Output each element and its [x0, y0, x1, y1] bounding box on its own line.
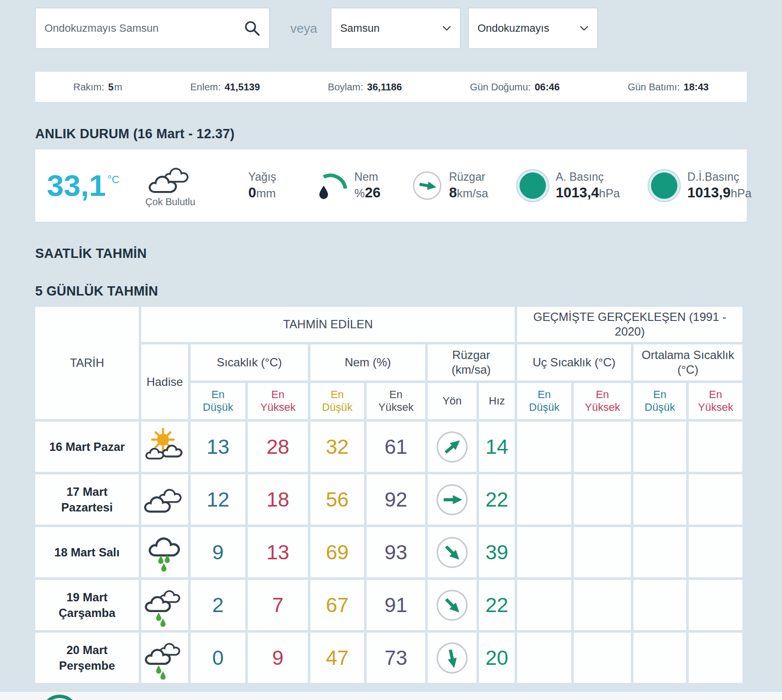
weather-cell: [141, 527, 188, 577]
header-wind: Rüzgar (km/sa): [428, 344, 515, 381]
table-row-date: 19 Mart Çarşamba: [35, 580, 139, 630]
cloudy-rain-icon: [143, 636, 186, 679]
header-extreme-temp: Uç Sıcaklık (°C): [517, 344, 631, 381]
wind-direction-cell: [428, 474, 477, 525]
temp-max-cell: 28: [248, 422, 308, 472]
hist-cell: [574, 580, 631, 630]
header-date: TARİH: [35, 307, 139, 419]
wind-speed-cell: 20: [479, 633, 515, 683]
footer-bar: [0, 691, 782, 700]
header-wind-direction: Yön: [428, 383, 477, 419]
hum-min-cell: 69: [310, 527, 364, 577]
wind-speed-cell: 22: [479, 580, 515, 630]
header-wind-speed: Hız: [479, 383, 515, 419]
table-row-date: 18 Mart Salı: [35, 527, 139, 577]
district-select[interactable]: Ondokuzmayıs: [468, 8, 598, 49]
weather-cell: [141, 633, 188, 683]
search-input[interactable]: [44, 22, 244, 35]
temp-max-cell: 7: [248, 580, 308, 630]
temp-min-cell: 0: [191, 633, 245, 683]
altitude-info: Rakım:5m: [73, 82, 122, 93]
temp-min-cell: 13: [191, 422, 245, 472]
header-hist-avg-max: En Yüksek: [689, 383, 742, 419]
hum-min-cell: 32: [310, 422, 364, 472]
hist-cell: [633, 633, 686, 683]
longitude-info: Boylam:36,1186: [328, 82, 402, 93]
table-row-date: 20 Mart Perşembe: [35, 633, 139, 683]
current-temperature: 33,1 °C: [47, 170, 137, 201]
rain-icon: [143, 531, 186, 574]
latitude-info: Enlem:41,5139: [190, 82, 260, 93]
header-avg-temp: Ortalama Sıcaklık (°C): [633, 344, 742, 381]
hist-cell: [689, 527, 742, 577]
hum-min-cell: 47: [310, 633, 364, 683]
wind-speed-cell: 14: [479, 422, 515, 472]
mostly-cloudy-icon: [143, 485, 186, 515]
hist-cell: [633, 580, 686, 630]
hist-cell: [517, 474, 571, 525]
header-humidity: Nem (%): [310, 344, 425, 381]
wind-direction-cell: [428, 422, 477, 472]
hum-max-cell: 61: [367, 422, 425, 472]
weather-cell: [141, 474, 188, 525]
hist-cell: [633, 527, 686, 577]
header-hist-ext-min: En Düşük: [517, 383, 571, 419]
humidity-gauge-icon: [314, 168, 350, 204]
hist-cell: [517, 633, 571, 683]
wind-direction-icon: [427, 580, 477, 630]
table-row-date: 17 Mart Pazartesi: [35, 474, 139, 525]
mostly-cloudy-icon: [147, 164, 194, 194]
table-row-date: 16 Mart Pazar: [35, 422, 139, 472]
temp-min-cell: 9: [191, 527, 245, 577]
humidity-metric: Nem %26: [314, 168, 381, 204]
wind-direction-icon: [434, 482, 470, 517]
hum-min-cell: 56: [310, 474, 364, 525]
header-hum-max: En Yüksek: [367, 383, 425, 419]
weather-page: veya Samsun Ondokuzmayıs Rakım:5m Enlem:…: [35, 0, 747, 683]
daily-section-title[interactable]: 5 GÜNLÜK TAHMİN: [35, 284, 747, 299]
temp-min-cell: 12: [191, 474, 245, 525]
header-event: Hadise: [141, 344, 188, 419]
footer-gauge-icon: [41, 695, 78, 700]
partly-sunny-icon: [143, 425, 186, 468]
district-select-value: Ondokuzmayıs: [478, 22, 549, 35]
province-select[interactable]: Samsun: [331, 8, 460, 49]
pressure-dot-icon: [520, 172, 546, 199]
wind-direction-icon: [427, 422, 477, 471]
temp-max-cell: 18: [248, 474, 308, 525]
hourly-section-title[interactable]: SAATLİK TAHMİN: [35, 246, 747, 261]
header-hist-ext-max: En Yüksek: [574, 383, 631, 419]
condition-label: Çok Bulutlu: [145, 196, 195, 208]
header-temp-min: En Düşük: [191, 383, 245, 419]
wind-direction-icon: [427, 528, 477, 577]
hist-cell: [517, 527, 571, 577]
header-hum-min: En Düşük: [310, 383, 364, 419]
search-icon[interactable]: [244, 20, 261, 37]
search-box: [35, 8, 270, 49]
chevron-down-icon: [442, 25, 451, 31]
chevron-down-icon: [580, 25, 588, 31]
current-section-title: ANLIK DURUM (16 Mart - 12.37): [35, 127, 747, 142]
province-select-value: Samsun: [340, 22, 380, 35]
header-predicted: TAHMİN EDİLEN: [141, 307, 515, 342]
wind-speed-cell: 39: [479, 527, 515, 577]
pressure-metric: A. Basınç 1013,4hPa: [516, 170, 620, 202]
wind-metric: Rüzgar 8km/sa: [411, 170, 488, 202]
hum-max-cell: 91: [367, 580, 425, 630]
wind-direction-cell: [428, 633, 477, 683]
wind-direction-icon: [408, 167, 445, 204]
sunset-info: Gün Batımı:18:43: [628, 82, 709, 93]
hist-cell: [689, 633, 742, 683]
station-info-bar: Rakım:5m Enlem:41,5139 Boylam:36,1186 Gü…: [35, 72, 747, 102]
weather-cell: [141, 422, 188, 472]
hum-max-cell: 92: [367, 474, 425, 525]
wind-direction-cell: [428, 580, 477, 630]
cloudy-rain-icon: [143, 584, 186, 627]
hist-cell: [633, 422, 686, 472]
wind-direction-cell: [428, 527, 477, 577]
hist-cell: [633, 474, 686, 525]
location-search-bar: veya Samsun Ondokuzmayıs: [35, 8, 747, 49]
header-temperature: Sıcaklık (°C): [191, 344, 308, 381]
hist-cell: [689, 474, 742, 525]
hist-cell: [574, 422, 631, 472]
